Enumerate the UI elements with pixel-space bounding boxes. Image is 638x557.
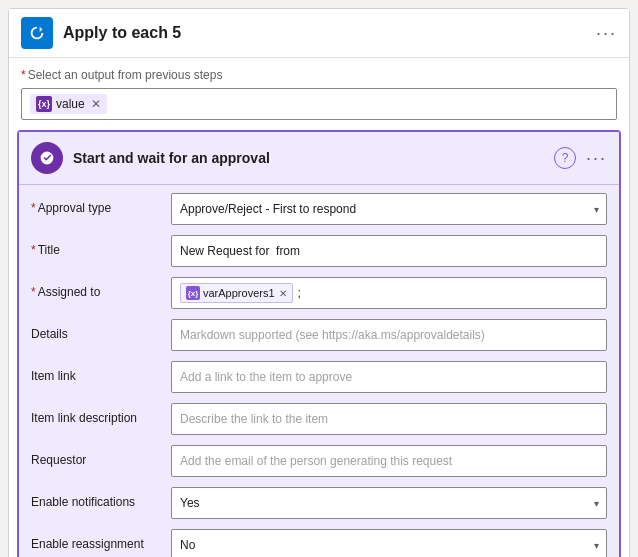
item-link-label: Item link xyxy=(31,361,171,383)
enable-notifications-label: Enable notifications xyxy=(31,487,171,509)
outer-title: Apply to each 5 xyxy=(63,24,596,42)
help-button[interactable]: ? xyxy=(554,147,576,169)
approval-type-label: *Approval type xyxy=(31,193,171,215)
loop-icon xyxy=(21,17,53,49)
enable-notifications-field: Yes ▾ xyxy=(171,487,607,519)
item-link-desc-field xyxy=(171,403,607,435)
apply-to-each-card: Apply to each 5 ··· *Select an output fr… xyxy=(8,8,630,557)
item-link-desc-row: Item link description xyxy=(31,403,607,439)
semicolon: ; xyxy=(298,286,301,300)
enable-notifications-select-wrapper: Yes ▾ xyxy=(171,487,607,519)
var-token-icon: {x} xyxy=(186,286,200,300)
assigned-to-field: {x} varApprovers1 ✕ ; xyxy=(171,277,607,309)
item-link-desc-label: Item link description xyxy=(31,403,171,425)
title-row: *Title xyxy=(31,235,607,271)
value-tag-close-button[interactable]: ✕ xyxy=(91,97,101,111)
inner-more-button[interactable]: ··· xyxy=(586,148,607,169)
outer-more-button[interactable]: ··· xyxy=(596,23,617,44)
required-marker: * xyxy=(21,68,26,82)
details-field xyxy=(171,319,607,351)
requestor-input[interactable] xyxy=(171,445,607,477)
inner-title: Start and wait for an approval xyxy=(73,150,554,166)
outer-header: Apply to each 5 ··· xyxy=(9,9,629,58)
enable-reassignment-select[interactable]: No xyxy=(171,529,607,557)
enable-notifications-row: Enable notifications Yes ▾ xyxy=(31,487,607,523)
details-input[interactable] xyxy=(171,319,607,351)
assigned-to-label: *Assigned to xyxy=(31,277,171,299)
title-input[interactable] xyxy=(171,235,607,267)
assigned-to-row: *Assigned to {x} varApprovers1 ✕ ; xyxy=(31,277,607,313)
approval-icon xyxy=(31,142,63,174)
approval-type-field: Approve/Reject - First to respond ▾ xyxy=(171,193,607,225)
item-link-input[interactable] xyxy=(171,361,607,393)
enable-reassignment-select-wrapper: No ▾ xyxy=(171,529,607,557)
form-body: *Approval type Approve/Reject - First to… xyxy=(19,185,619,557)
value-tag: {x} value ✕ xyxy=(30,94,107,114)
select-output-input[interactable]: {x} value ✕ xyxy=(21,88,617,120)
assigned-to-input[interactable]: {x} varApprovers1 ✕ ; xyxy=(171,277,607,309)
details-row: Details xyxy=(31,319,607,355)
enable-reassignment-field: No ▾ xyxy=(171,529,607,557)
item-link-field xyxy=(171,361,607,393)
select-output-label: *Select an output from previous steps xyxy=(21,68,617,82)
approval-card: Start and wait for an approval ? ··· *Ap… xyxy=(17,130,621,557)
item-link-row: Item link xyxy=(31,361,607,397)
select-output-section: *Select an output from previous steps {x… xyxy=(9,58,629,130)
approval-type-select[interactable]: Approve/Reject - First to respond xyxy=(171,193,607,225)
details-label: Details xyxy=(31,319,171,341)
enable-reassignment-row: Enable reassignment No ▾ xyxy=(31,529,607,557)
requestor-label: Requestor xyxy=(31,445,171,467)
requestor-row: Requestor xyxy=(31,445,607,481)
title-field xyxy=(171,235,607,267)
inner-header: Start and wait for an approval ? ··· xyxy=(19,132,619,185)
var-token-text: varApprovers1 xyxy=(203,287,275,299)
item-link-desc-input[interactable] xyxy=(171,403,607,435)
enable-notifications-select[interactable]: Yes xyxy=(171,487,607,519)
var-approvers-token: {x} varApprovers1 ✕ xyxy=(180,283,293,303)
var-token-close-button[interactable]: ✕ xyxy=(279,288,287,299)
inner-header-actions: ? ··· xyxy=(554,147,607,169)
approval-type-row: *Approval type Approve/Reject - First to… xyxy=(31,193,607,229)
requestor-field xyxy=(171,445,607,477)
title-label: *Title xyxy=(31,235,171,257)
enable-reassignment-label: Enable reassignment xyxy=(31,529,171,551)
value-tag-icon: {x} xyxy=(36,96,52,112)
value-tag-text: value xyxy=(56,97,85,111)
approval-type-select-wrapper: Approve/Reject - First to respond ▾ xyxy=(171,193,607,225)
